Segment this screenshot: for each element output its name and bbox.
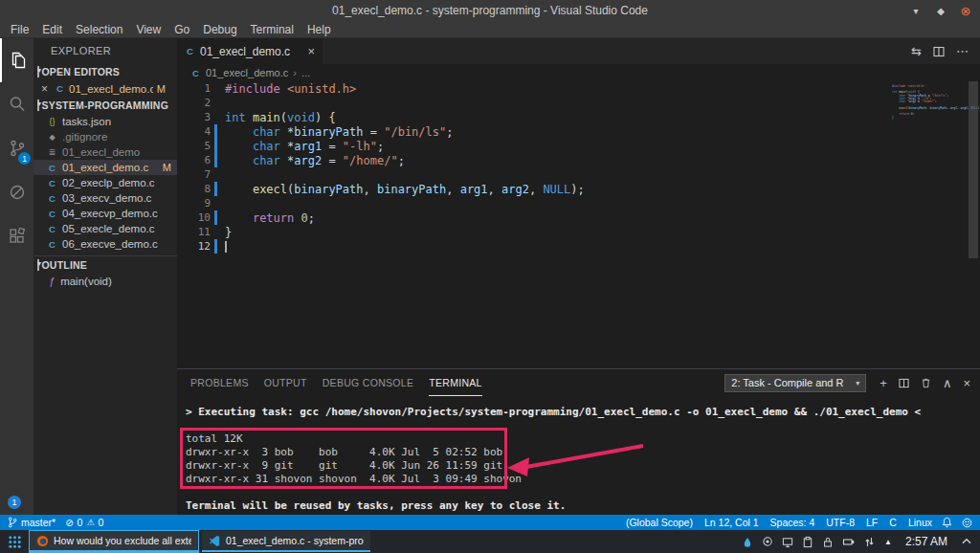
split-terminal-icon[interactable] <box>899 378 909 388</box>
code-line-9[interactable]: 9 <box>177 196 980 210</box>
extensions-icon[interactable] <box>0 214 33 258</box>
code-line-10[interactable]: 10 return 0; <box>177 210 980 225</box>
code-line-7[interactable]: 7 <box>177 167 980 182</box>
network-icon[interactable] <box>863 536 876 548</box>
panel-tab-output[interactable]: OUTPUT <box>264 369 307 396</box>
open-editors-header[interactable]: ▾ OPEN EDITORS <box>33 63 177 80</box>
problems-indicator[interactable]: ⊘ 0 ⚠ 0 <box>65 517 103 528</box>
code-line-12[interactable]: 12 <box>177 239 980 254</box>
editor-scrollbar[interactable] <box>967 81 980 368</box>
menu-edit[interactable]: Edit <box>35 23 69 36</box>
panel-tab-terminal[interactable]: TERMINAL <box>429 369 482 396</box>
scrollbar-thumb[interactable] <box>969 81 978 258</box>
taskbar-window-title: How would you exclude all extens... <box>54 535 191 546</box>
open-changes-icon[interactable]: ⇆ <box>911 44 922 58</box>
explorer-icon[interactable] <box>0 38 33 82</box>
new-terminal-icon[interactable]: + <box>880 376 887 390</box>
kill-terminal-icon[interactable] <box>921 377 931 388</box>
line-number: 8 <box>177 183 211 195</box>
file-item-05_execle_demo.c[interactable]: C05_execle_demo.c <box>33 221 177 236</box>
menu-terminal[interactable]: Terminal <box>244 23 301 36</box>
file-item-01_execl_demo.c[interactable]: C01_execl_demo.cM <box>33 160 177 175</box>
panel-tab-debug-console[interactable]: DEBUG CONSOLE <box>323 369 414 396</box>
clock[interactable]: 2:57 AM <box>901 535 952 548</box>
lock-icon[interactable] <box>822 536 834 548</box>
open-editor-item[interactable]: × C 01_execl_demo.c M <box>33 80 177 97</box>
breadcrumb-file[interactable]: 01_execl_demo.c <box>206 67 288 78</box>
git-branch-indicator[interactable]: master* <box>8 517 56 528</box>
code-line-1[interactable]: 1#include <unistd.h> <box>177 81 980 96</box>
minimize-icon[interactable]: ▾ <box>909 6 923 16</box>
code-line-2[interactable]: 2 <box>177 96 980 110</box>
error-count: 0 <box>78 517 83 528</box>
menu-selection[interactable]: Selection <box>69 23 129 36</box>
status-indentation[interactable]: Spaces: 4 <box>770 517 815 528</box>
maximize-panel-icon[interactable]: ∧ <box>943 376 952 390</box>
source-control-icon[interactable]: 1 <box>0 126 33 170</box>
display-icon[interactable] <box>782 536 793 548</box>
panel-tab-problems[interactable]: PROBLEMS <box>190 369 249 396</box>
title-bar[interactable]: 01_execl_demo.c - system-programming - V… <box>0 0 980 21</box>
status-encoding[interactable]: UTF-8 <box>826 517 855 528</box>
close-icon[interactable]: × <box>41 82 51 96</box>
tab-01-execl-demo[interactable]: C 01_execl_demo.c × <box>177 38 323 64</box>
line-number: 6 <box>177 154 211 166</box>
search-icon[interactable] <box>0 82 33 126</box>
status-cursor-position[interactable]: Ln 12, Col 1 <box>704 517 759 528</box>
file-item-tasks.json[interactable]: {}tasks.json <box>33 114 177 129</box>
file-item-04_execvp_demo.c[interactable]: C04_execvp_demo.c <box>33 206 177 221</box>
file-name: .gitignore <box>62 131 177 143</box>
color-temperature-icon[interactable] <box>742 536 753 548</box>
code-line-3[interactable]: 3int main(void) { <box>177 110 980 124</box>
status-eol[interactable]: LF <box>866 517 878 528</box>
feedback-icon[interactable] <box>962 518 972 528</box>
app-launcher-icon[interactable] <box>4 531 25 552</box>
menu-debug[interactable]: Debug <box>196 23 243 36</box>
file-item-.gitignore[interactable]: ◆.gitignore <box>33 129 177 144</box>
file-item-03_execv_demo.c[interactable]: C03_execv_demo.c <box>33 190 177 206</box>
folder-header[interactable]: ▾ SYSTEM-PROGRAMMING <box>33 97 177 114</box>
status-scope[interactable]: (Global Scope) <box>626 517 693 528</box>
close-icon[interactable]: × <box>307 44 315 58</box>
code-line-5[interactable]: 5 char *arg1 = "-lh"; <box>177 139 980 153</box>
menu-bar: FileEditSelectionViewGoDebugTerminalHelp <box>0 21 980 38</box>
outline-header[interactable]: ▾ OUTLINE <box>33 255 177 273</box>
file-item-01_execl_demo[interactable]: ≣01_execl_demo <box>33 144 177 160</box>
panel-expand-icon[interactable] <box>961 537 972 546</box>
close-icon[interactable]: ⊗ <box>959 4 972 18</box>
status-language[interactable]: C <box>889 517 897 528</box>
code-line-8[interactable]: 8 execl(binaryPath, binaryPath, arg1, ar… <box>177 182 980 196</box>
menu-view[interactable]: View <box>129 23 167 36</box>
code-line-6[interactable]: 6 char *arg2 = "/home/"; <box>177 153 980 167</box>
taskbar-window-2[interactable]: 01_execl_demo.c - system-progra... <box>202 531 370 552</box>
maximize-icon[interactable]: ◆ <box>934 6 947 16</box>
terminal-line: drwxr-xr-x 31 shovon shovon 4.0K Jul 3 0… <box>186 473 980 486</box>
terminal-output[interactable]: > Executing task: gcc /home/shovon/Proje… <box>177 396 980 515</box>
activity-bar: 1 1 <box>0 38 33 515</box>
outline-item[interactable]: ƒmain(void) <box>33 273 177 289</box>
status-os[interactable]: Linux <box>908 517 932 528</box>
breadcrumb[interactable]: C 01_execl_demo.c › ... <box>177 64 980 81</box>
terminal-selector[interactable]: 2: Task - Compile and R ▾ <box>724 374 866 392</box>
breadcrumb-symbol[interactable]: ... <box>301 67 310 78</box>
file-item-02_execlp_demo.c[interactable]: C02_execlp_demo.c <box>33 175 177 190</box>
close-panel-icon[interactable]: × <box>963 376 970 390</box>
bell-icon[interactable] <box>942 517 952 528</box>
menu-go[interactable]: Go <box>167 23 196 36</box>
code-editor[interactable]: 1#include <unistd.h>23int main(void) {4 … <box>177 81 980 368</box>
menu-help[interactable]: Help <box>301 23 338 36</box>
debug-icon[interactable] <box>0 170 33 214</box>
clipboard-icon[interactable] <box>802 536 813 548</box>
file-item-06_execve_demo.c[interactable]: C06_execve_demo.c <box>33 236 177 252</box>
taskbar-window-1[interactable]: How would you exclude all extens... <box>30 531 198 552</box>
more-actions-icon[interactable]: ⋯ <box>956 44 969 58</box>
code-line-4[interactable]: 4 char *binaryPath = "/bin/ls"; <box>177 124 980 139</box>
split-editor-icon[interactable] <box>933 46 945 57</box>
battery-icon[interactable] <box>842 536 855 548</box>
sidebar-title: EXPLORER <box>33 38 177 63</box>
code-line-11[interactable]: 11} <box>177 225 980 239</box>
tray-expand-icon[interactable]: ▲ <box>884 538 892 546</box>
volume-icon[interactable] <box>762 536 773 547</box>
menu-file[interactable]: File <box>4 23 35 36</box>
line-number: 1 <box>177 82 211 95</box>
